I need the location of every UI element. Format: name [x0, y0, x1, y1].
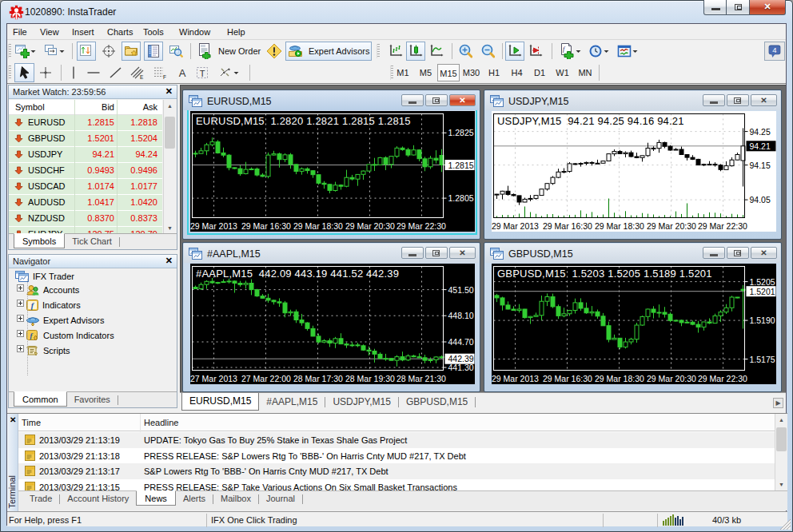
svg-text:28 Mar 19:30: 28 Mar 19:30: [345, 374, 395, 383]
svg-text:29 Mar 20:30: 29 Mar 20:30: [647, 374, 696, 383]
svg-text:1.5201: 1.5201: [750, 287, 775, 296]
svg-text:29 Mar 18:30: 29 Mar 18:30: [595, 374, 644, 383]
svg-text:A: A: [179, 67, 186, 79]
svg-text:94.21: 94.21: [750, 141, 771, 151]
svg-text:E: E: [140, 74, 144, 80]
svg-text:GBPUSD,M15 1.5203 1.5205 1.51: GBPUSD,M15 1.5203 1.5205 1.5189 1.5201: [497, 268, 712, 280]
svg-text:448.10: 448.10: [448, 311, 474, 320]
svg-text:94.15: 94.15: [750, 161, 771, 170]
svg-text:1.5205: 1.5205: [750, 277, 775, 287]
svg-text:4: 4: [772, 46, 776, 54]
svg-text:#AAPL,M15 442.09 443.19 441.5: #AAPL,M15 442.09 443.19 441.52 442.39: [196, 268, 399, 280]
svg-text:451.50: 451.50: [448, 285, 474, 295]
svg-text:27 Mar 22:00: 27 Mar 22:00: [241, 374, 291, 383]
svg-text:94.05: 94.05: [750, 195, 771, 204]
svg-text:USDJPY,M15 94.21 94.25 94.16: USDJPY,M15 94.21 94.25 94.16 94.21: [497, 115, 684, 127]
svg-text:27 Mar 2013: 27 Mar 2013: [190, 374, 237, 383]
svg-text:29 Mar 20:30: 29 Mar 20:30: [647, 221, 696, 231]
svg-text:442.39: 442.39: [448, 354, 474, 363]
svg-text:1.5175: 1.5175: [750, 355, 775, 364]
svg-text:F: F: [163, 74, 166, 80]
svg-text:441.30: 441.30: [448, 363, 474, 372]
svg-text:1.5190: 1.5190: [750, 316, 775, 325]
svg-text:444.70: 444.70: [448, 337, 474, 347]
svg-text:29 Mar 18:30: 29 Mar 18:30: [595, 221, 644, 231]
svg-text:29 Mar 16:30: 29 Mar 16:30: [543, 221, 592, 231]
svg-text:29 Mar 16:30: 29 Mar 16:30: [543, 374, 592, 383]
svg-text:29 Mar 22:30: 29 Mar 22:30: [698, 221, 747, 231]
svg-text:T: T: [200, 69, 205, 78]
svg-text:29 Mar 22:30: 29 Mar 22:30: [698, 374, 747, 383]
svg-text:29 Mar 2013: 29 Mar 2013: [492, 221, 539, 231]
svg-text:29 Mar 2013: 29 Mar 2013: [492, 374, 539, 383]
svg-text:28 Mar 21:30: 28 Mar 21:30: [396, 374, 446, 383]
svg-text:94.25: 94.25: [750, 127, 771, 137]
svg-text:28 Mar 17:30: 28 Mar 17:30: [293, 374, 343, 383]
